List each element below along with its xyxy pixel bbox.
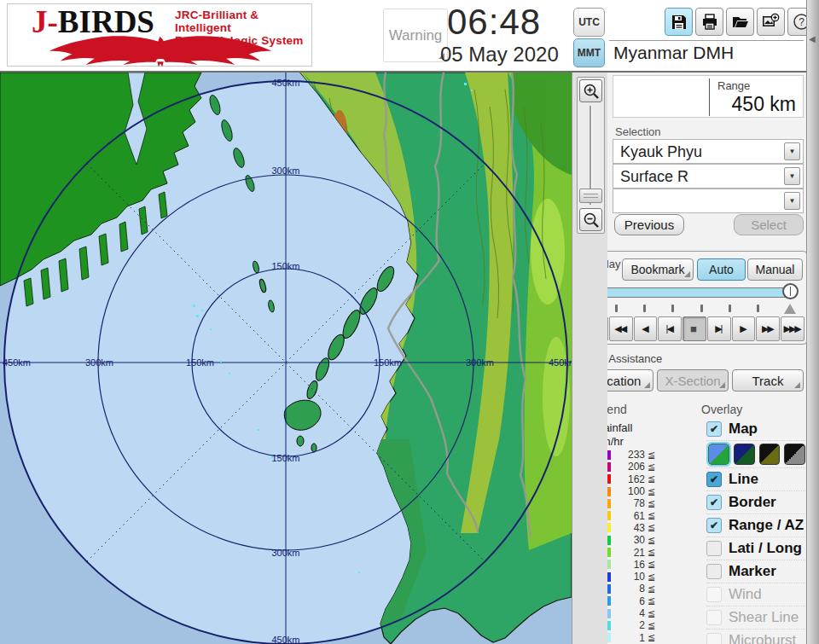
jbirds-app: J-BIRDS JRC-Brilliant & Intelligent Rada…: [0, 0, 819, 644]
collapse-arrow-icon[interactable]: ◀: [809, 34, 816, 44]
product-dropdown[interactable]: Surface R ▼: [613, 164, 804, 189]
checkbox-icon[interactable]: ✔: [706, 421, 722, 437]
corner-fold-icon: [719, 382, 725, 388]
svg-text:300km: 300km: [271, 548, 299, 558]
step-forward-button[interactable]: ▶|: [707, 316, 731, 341]
zoom-slider-handle[interactable]: [579, 189, 602, 203]
checkbox-icon[interactable]: ✔: [706, 541, 722, 556]
checkbox-icon[interactable]: ✔: [706, 472, 722, 487]
chevron-down-icon[interactable]: ▼: [784, 192, 800, 210]
replay-slider-track[interactable]: [588, 287, 791, 298]
overlay-item-map[interactable]: ✔ Map: [706, 418, 805, 440]
zoom-in-button[interactable]: [579, 79, 602, 102]
svg-text:300km: 300km: [85, 357, 113, 368]
map-style-option[interactable]: [784, 444, 805, 465]
utc-toggle-button[interactable]: UTC: [573, 8, 605, 37]
panel-divider: [609, 40, 804, 41]
slider-tick: [643, 305, 646, 312]
rewind-button[interactable]: ◀◀: [609, 316, 633, 341]
overlay-item-border[interactable]: ✔ Border: [706, 490, 805, 513]
map-style-option[interactable]: [708, 444, 729, 465]
select-button[interactable]: Select: [734, 214, 804, 235]
svg-text:150km: 150km: [374, 357, 402, 368]
radar-map-display[interactable]: 450km 300km 150km 150km 300km 450km 450k…: [0, 73, 572, 644]
overlay-item-microburst[interactable]: ✔ Microburst: [706, 629, 805, 644]
open-folder-icon: [732, 14, 749, 31]
add-image-icon: [762, 13, 780, 31]
open-folder-button[interactable]: [726, 8, 754, 36]
range-value: 450 km: [732, 93, 796, 116]
svg-text:150km: 150km: [271, 261, 299, 271]
overlay-label: Overlay: [701, 403, 742, 416]
corner-fold-icon: [794, 382, 800, 388]
chevron-down-icon[interactable]: ▼: [784, 167, 800, 185]
manual-button[interactable]: Manual: [747, 258, 803, 281]
panel-splitter[interactable]: ◀: [806, 0, 819, 644]
svg-text:450km: 450km: [549, 357, 572, 368]
overlay-item-wind[interactable]: ✔ Wind: [706, 583, 805, 606]
map-style-option[interactable]: [734, 444, 755, 465]
clock-time: 06:48: [447, 2, 575, 43]
previous-button[interactable]: Previous: [614, 214, 684, 235]
checkbox-icon[interactable]: ✔: [706, 587, 722, 602]
checkbox-icon[interactable]: ✔: [706, 633, 722, 644]
eagle-logo-icon: [15, 33, 306, 67]
station-name: Myanmar DMH: [613, 43, 803, 63]
svg-text:450km: 450km: [3, 357, 31, 368]
playback-controls: ◀◀◀ ◀◀ ◀ |◀ ■ ▶| ▶ ▶▶ ▶▶▶: [584, 316, 804, 341]
warning-button[interactable]: Warning: [383, 9, 448, 62]
range-label: Range: [717, 79, 750, 92]
overlay-item-range-az[interactable]: ✔ Range / AZ: [706, 513, 805, 537]
stop-button[interactable]: ■: [682, 316, 706, 341]
map-style-picker: [706, 440, 805, 467]
mmt-toggle-button[interactable]: MMT: [573, 38, 605, 67]
app-logo: J-BIRDS JRC-Brilliant & Intelligent Rada…: [7, 3, 312, 67]
selection-label: Selection: [615, 125, 660, 138]
forward-fast-button[interactable]: ▶▶▶: [781, 316, 804, 341]
site-dropdown[interactable]: Kyauk Phyu ▼: [613, 139, 804, 164]
forward-button[interactable]: ▶▶: [756, 316, 780, 341]
step-back-button[interactable]: |◀: [658, 316, 682, 341]
corner-fold-icon: [684, 271, 690, 277]
chevron-down-icon[interactable]: ▼: [784, 142, 800, 160]
clock-date: 05 May 2020: [440, 43, 581, 67]
overlay-item-line[interactable]: ✔ Line: [706, 467, 805, 490]
zoom-in-icon: [583, 83, 600, 100]
slider-tick: [700, 305, 703, 312]
range-box: Range 450 km: [613, 75, 804, 118]
zoom-out-icon: [583, 212, 600, 229]
header-bar: J-BIRDS JRC-Brilliant & Intelligent Rada…: [0, 0, 819, 73]
corner-fold-icon: [644, 382, 650, 388]
slider-tick: [729, 305, 731, 312]
checkbox-icon[interactable]: ✔: [706, 610, 722, 625]
replay-panel: Replay Bookmark Auto Manual ◀◀◀ ◀◀ ◀ |◀ …: [580, 251, 807, 345]
print-icon: [701, 14, 718, 31]
play-back-button[interactable]: ◀: [634, 316, 658, 341]
slider-tick: [757, 305, 759, 312]
play-button[interactable]: ▶: [732, 316, 756, 341]
map-style-option[interactable]: [759, 444, 781, 465]
svg-text:300km: 300km: [466, 357, 494, 368]
checkbox-icon[interactable]: ✔: [706, 518, 722, 533]
auto-button[interactable]: Auto: [697, 258, 746, 281]
slider-tick: [671, 305, 674, 312]
save-button[interactable]: [665, 8, 693, 36]
overlay-item-marker[interactable]: ✔ Marker: [706, 560, 805, 583]
save-icon: [671, 14, 688, 31]
checkbox-icon[interactable]: ✔: [706, 564, 722, 579]
xsection-button[interactable]: X-Section: [657, 369, 729, 392]
add-image-button[interactable]: [757, 8, 785, 36]
print-button[interactable]: [695, 8, 723, 36]
range-divider: [709, 78, 710, 116]
track-button[interactable]: Track: [732, 369, 804, 392]
overlay-item-lati-long[interactable]: ✔ Lati / Long: [706, 537, 805, 560]
bookmark-button[interactable]: Bookmark: [622, 258, 694, 281]
svg-text:?: ?: [799, 16, 804, 28]
svg-text:300km: 300km: [271, 165, 299, 176]
svg-text:150km: 150km: [186, 357, 214, 368]
zoom-out-button[interactable]: [579, 208, 602, 231]
empty-dropdown[interactable]: ▼: [613, 189, 804, 213]
overlay-item-shear-line[interactable]: ✔ Shear Line: [706, 606, 805, 629]
checkbox-icon[interactable]: ✔: [706, 495, 722, 510]
replay-slider-handle[interactable]: [782, 283, 799, 299]
